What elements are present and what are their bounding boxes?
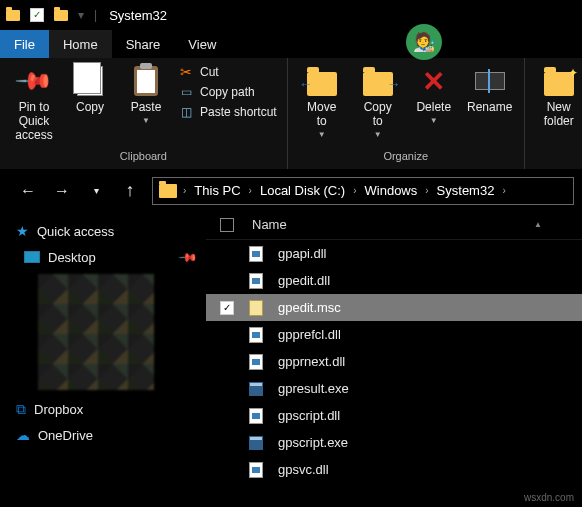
navigation-bar: ← → ▾ ↑ › This PC › Local Disk (C:) › Wi… — [0, 170, 582, 210]
breadcrumb-local-disk[interactable]: Local Disk (C:) — [256, 183, 349, 198]
file-row[interactable]: gpprnext.dll — [206, 348, 582, 375]
delete-icon: ✕ — [417, 64, 451, 98]
row-checkbox[interactable] — [220, 247, 234, 261]
onedrive-icon: ☁ — [16, 427, 30, 443]
dll-file-icon — [248, 327, 264, 343]
forward-button[interactable]: → — [50, 179, 74, 203]
file-row[interactable]: gpsvc.dll — [206, 456, 582, 483]
delete-button[interactable]: ✕ Delete ▼ — [406, 62, 462, 148]
cut-button[interactable]: ✂ Cut — [178, 64, 277, 80]
copy-path-icon: ▭ — [178, 84, 194, 100]
clipboard-group-label: Clipboard — [120, 150, 167, 162]
dll-file-icon — [248, 354, 264, 370]
file-row[interactable]: ✓gpedit.msc — [206, 294, 582, 321]
row-checkbox[interactable] — [220, 328, 234, 342]
sort-indicator-icon: ▲ — [534, 220, 542, 229]
paste-dropdown-icon[interactable]: ▼ — [142, 116, 150, 125]
pin-quick-access-button[interactable]: 📌 Pin to Quick access — [6, 62, 62, 148]
sidebar-onedrive[interactable]: ☁ OneDrive — [10, 422, 206, 448]
file-row[interactable]: gpscript.exe — [206, 429, 582, 456]
row-checkbox[interactable] — [220, 436, 234, 450]
breadcrumb-sep-icon[interactable]: › — [247, 185, 254, 196]
breadcrumb-this-pc[interactable]: This PC — [190, 183, 244, 198]
desktop-icon — [24, 251, 40, 263]
exe-file-icon — [248, 435, 264, 451]
copy-to-dropdown-icon[interactable]: ▼ — [374, 130, 382, 139]
move-to-dropdown-icon[interactable]: ▼ — [318, 130, 326, 139]
up-button[interactable]: ↑ — [118, 179, 142, 203]
sidebar-quick-access[interactable]: ★ Quick access — [10, 218, 206, 244]
watermark: wsxdn.com — [524, 492, 574, 503]
window-folder-icon — [4, 6, 22, 24]
address-bar[interactable]: › This PC › Local Disk (C:) › Windows › … — [152, 177, 574, 205]
file-name: gpedit.msc — [278, 300, 341, 315]
delete-dropdown-icon[interactable]: ▼ — [430, 116, 438, 125]
column-header[interactable]: Name ▲ — [206, 210, 582, 240]
row-checkbox[interactable] — [220, 355, 234, 369]
row-checkbox[interactable] — [220, 274, 234, 288]
breadcrumb-sep-icon[interactable]: › — [500, 185, 507, 196]
dll-file-icon — [248, 462, 264, 478]
tab-file[interactable]: File — [0, 30, 49, 58]
file-row[interactable]: gpresult.exe — [206, 375, 582, 402]
file-row[interactable]: gpprefcl.dll — [206, 321, 582, 348]
breadcrumb-windows[interactable]: Windows — [361, 183, 422, 198]
tab-home[interactable]: Home — [49, 30, 112, 58]
file-row[interactable]: gpapi.dll — [206, 240, 582, 267]
paste-button[interactable]: Paste ▼ — [118, 62, 174, 148]
copy-to-button[interactable]: → Copy to ▼ — [350, 62, 406, 148]
move-to-label: Move to — [307, 100, 336, 128]
tab-share[interactable]: Share — [112, 30, 175, 58]
row-checkbox[interactable] — [220, 409, 234, 423]
file-name: gpedit.dll — [278, 273, 330, 288]
ribbon-tabs: File Home Share View 🧑‍🎨 — [0, 30, 582, 58]
scissors-icon: ✂ — [178, 64, 194, 80]
paste-shortcut-button[interactable]: ◫ Paste shortcut — [178, 104, 277, 120]
qat-paste-icon[interactable]: ✓ — [28, 6, 46, 24]
title-separator: | — [94, 8, 97, 22]
file-row[interactable]: gpscript.dll — [206, 402, 582, 429]
rename-icon — [473, 64, 507, 98]
file-name: gpscript.dll — [278, 408, 340, 423]
cut-label: Cut — [200, 65, 219, 79]
star-icon: ★ — [16, 223, 29, 239]
breadcrumb-sep-icon[interactable]: › — [423, 185, 430, 196]
back-button[interactable]: ← — [16, 179, 40, 203]
tab-view[interactable]: View — [174, 30, 230, 58]
breadcrumb-system32[interactable]: System32 — [433, 183, 499, 198]
new-group-label — [557, 150, 560, 162]
move-to-button[interactable]: ← Move to ▼ — [294, 62, 350, 148]
main-area: ★ Quick access Desktop 📌 ⧉ Dropbox ☁ One… — [0, 210, 582, 507]
qat-dropdown-icon[interactable]: ▾ — [78, 8, 84, 22]
qat-folder-icon[interactable] — [52, 6, 70, 24]
copy-button[interactable]: Copy — [62, 62, 118, 148]
column-name[interactable]: Name — [252, 217, 520, 232]
file-name: gpresult.exe — [278, 381, 349, 396]
row-checkbox[interactable]: ✓ — [220, 301, 234, 315]
paste-label: Paste — [131, 100, 162, 114]
breadcrumb-sep-icon[interactable]: › — [181, 185, 188, 196]
folder-thumbnail[interactable] — [38, 274, 154, 390]
file-name: gpapi.dll — [278, 246, 326, 261]
copy-label: Copy — [76, 100, 104, 114]
row-checkbox[interactable] — [220, 463, 234, 477]
sidebar-quick-access-label: Quick access — [37, 224, 114, 239]
pin-label: Pin to Quick access — [8, 100, 60, 142]
recent-dropdown[interactable]: ▾ — [84, 179, 108, 203]
file-list: Name ▲ gpapi.dllgpedit.dll✓gpedit.mscgpp… — [206, 210, 582, 507]
file-row[interactable]: gpedit.dll — [206, 267, 582, 294]
sidebar-desktop[interactable]: Desktop 📌 — [10, 244, 206, 270]
sidebar-dropbox[interactable]: ⧉ Dropbox — [10, 396, 206, 422]
title-bar: ✓ ▾ | System32 — [0, 0, 582, 30]
rename-button[interactable]: Rename — [462, 62, 518, 148]
breadcrumb-sep-icon[interactable]: › — [351, 185, 358, 196]
new-folder-icon — [542, 64, 576, 98]
select-all-checkbox[interactable] — [220, 218, 234, 232]
copy-path-button[interactable]: ▭ Copy path — [178, 84, 277, 100]
pin-icon: 📌 — [17, 64, 51, 98]
ribbon: 📌 Pin to Quick access Copy Paste ▼ ✂ Cut… — [0, 58, 582, 170]
new-folder-button[interactable]: New folder — [531, 62, 582, 148]
msc-file-icon — [248, 300, 264, 316]
row-checkbox[interactable] — [220, 382, 234, 396]
group-new: New folder — [525, 58, 582, 169]
